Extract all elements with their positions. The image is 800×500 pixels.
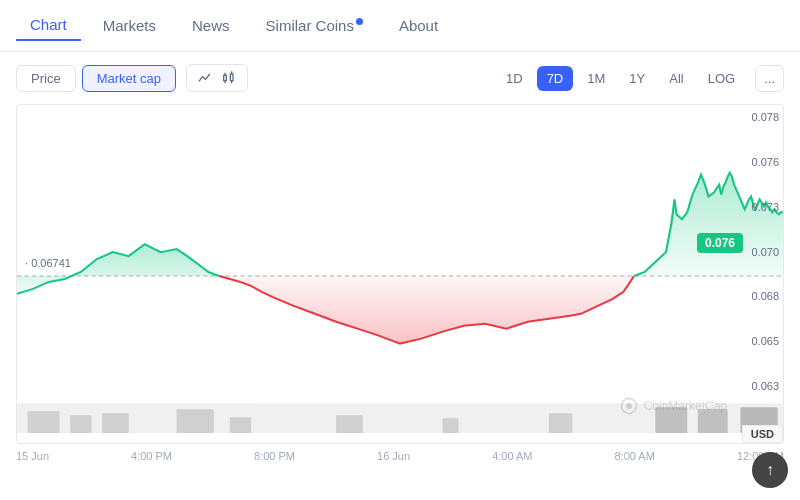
svg-rect-8 bbox=[28, 411, 60, 433]
time-btn-all[interactable]: All bbox=[659, 66, 693, 91]
current-price-badge: 0.076 bbox=[697, 233, 743, 253]
scroll-to-top-button[interactable]: ↑ bbox=[752, 452, 788, 488]
x-label-6: 8:00 AM bbox=[615, 450, 655, 462]
x-axis: 15 Jun 4:00 PM 8:00 PM 16 Jun 4:00 AM 8:… bbox=[0, 444, 800, 462]
x-label-5: 4:00 AM bbox=[492, 450, 532, 462]
time-btn-7d[interactable]: 7D bbox=[537, 66, 574, 91]
ref-price-label: · 0.06741 bbox=[25, 257, 71, 269]
chart-type-toggle: PriceMarket cap bbox=[16, 65, 176, 92]
similar-coins-dot bbox=[356, 18, 363, 25]
nav-tab-news[interactable]: News bbox=[178, 11, 244, 40]
nav-tab-markets[interactable]: Markets bbox=[89, 11, 170, 40]
chart-container: 0.078 0.076 0.073 0.070 0.068 0.065 0.06… bbox=[16, 104, 784, 444]
nav-tabs: ChartMarketsNewsSimilar CoinsAbout bbox=[0, 0, 800, 52]
currency-label: USD bbox=[742, 425, 783, 443]
time-btn-1m[interactable]: 1M bbox=[577, 66, 615, 91]
x-label-2: 4:00 PM bbox=[131, 450, 172, 462]
x-label-4: 16 Jun bbox=[377, 450, 410, 462]
time-btn-log[interactable]: LOG bbox=[698, 66, 745, 91]
time-btn-1y[interactable]: 1Y bbox=[619, 66, 655, 91]
time-btn-1d[interactable]: 1D bbox=[496, 66, 533, 91]
svg-rect-12 bbox=[230, 417, 251, 433]
svg-rect-9 bbox=[70, 415, 91, 433]
nav-tab-chart[interactable]: Chart bbox=[16, 10, 81, 41]
nav-tab-about[interactable]: About bbox=[385, 11, 452, 40]
x-label-3: 8:00 PM bbox=[254, 450, 295, 462]
line-chart-icon bbox=[197, 70, 213, 86]
svg-rect-0 bbox=[224, 75, 227, 80]
candlestick-icon bbox=[221, 70, 237, 86]
x-label-1: 15 Jun bbox=[16, 450, 49, 462]
svg-rect-13 bbox=[336, 415, 363, 433]
nav-tab-similar-coins[interactable]: Similar Coins bbox=[252, 11, 377, 40]
toggle-market-cap[interactable]: Market cap bbox=[82, 65, 176, 92]
watermark: CoinMarketCap bbox=[620, 397, 727, 415]
more-options-button[interactable]: ... bbox=[755, 65, 784, 92]
svg-rect-11 bbox=[177, 409, 214, 433]
svg-rect-3 bbox=[230, 74, 233, 81]
svg-rect-15 bbox=[549, 413, 572, 433]
svg-rect-14 bbox=[443, 418, 459, 433]
chart-svg bbox=[17, 105, 783, 443]
time-range-buttons: 1D7D1M1YAllLOG bbox=[496, 66, 745, 91]
chart-style-toggle[interactable] bbox=[186, 64, 248, 92]
svg-rect-10 bbox=[102, 413, 129, 433]
toggle-price[interactable]: Price bbox=[16, 65, 76, 92]
toolbar: PriceMarket cap 1D7D1M1YAllLOG... bbox=[0, 52, 800, 104]
